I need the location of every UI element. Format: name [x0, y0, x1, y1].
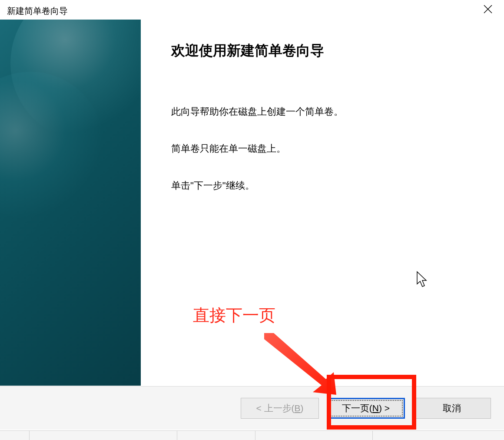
close-icon[interactable]	[479, 4, 497, 16]
wizard-paragraph-3: 单击"下一步"继续。	[171, 178, 478, 193]
annotation-label: 直接下一页	[193, 304, 275, 327]
wizard-side-graphic	[0, 20, 141, 386]
wizard-paragraph-1: 此向导帮助你在磁盘上创建一个简单卷。	[171, 104, 478, 119]
wizard-heading: 欢迎使用新建简单卷向导	[171, 41, 478, 60]
next-button[interactable]: 下一页(N) >	[327, 398, 405, 419]
button-bar: < 上一步(B) 下一页(N) > 取消	[0, 386, 504, 430]
back-button: < 上一步(B)	[241, 398, 319, 419]
wizard-content: 欢迎使用新建简单卷向导 此向导帮助你在磁盘上创建一个简单卷。 简单卷只能在单一磁…	[141, 20, 504, 386]
window-title: 新建简单卷向导	[7, 3, 68, 17]
title-bar: 新建简单卷向导	[0, 0, 504, 20]
status-strip	[0, 430, 504, 440]
wizard-body: 欢迎使用新建简单卷向导 此向导帮助你在磁盘上创建一个简单卷。 简单卷只能在单一磁…	[0, 20, 504, 386]
wizard-paragraph-2: 简单卷只能在单一磁盘上。	[171, 141, 478, 156]
cancel-button[interactable]: 取消	[413, 398, 491, 419]
